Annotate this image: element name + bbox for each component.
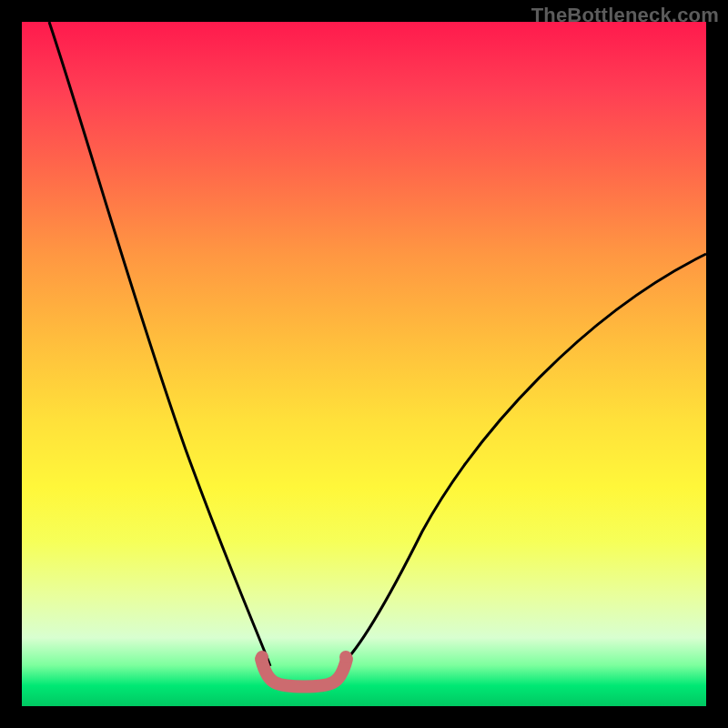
chart-svg [22, 22, 706, 706]
chart-frame: TheBottleneck.com [0, 0, 728, 728]
right-curve [340, 254, 706, 666]
valley-dot-right [339, 651, 352, 663]
watermark-text: TheBottleneck.com [531, 4, 719, 27]
valley-marker [261, 659, 347, 687]
chart-plot-area [22, 22, 706, 706]
left-curve [49, 22, 270, 666]
valley-dot-left [256, 651, 268, 663]
